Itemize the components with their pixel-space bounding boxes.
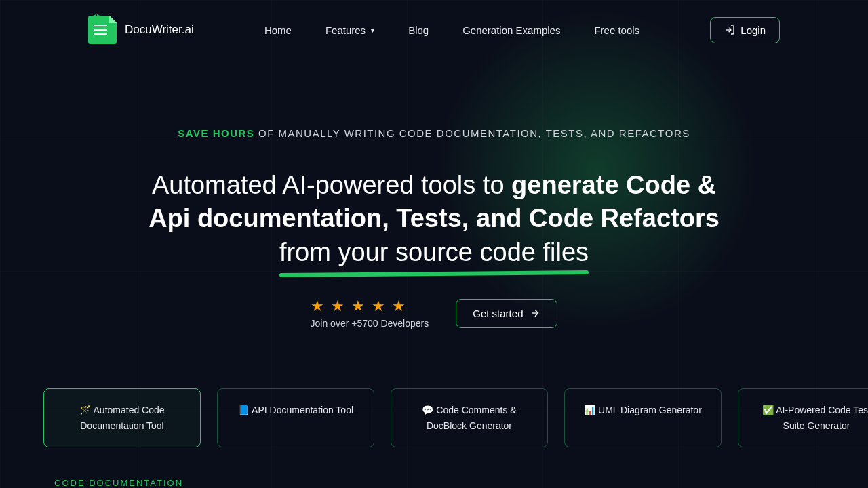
nav-free-tools[interactable]: Free tools bbox=[594, 24, 639, 36]
arrow-right-icon bbox=[530, 308, 540, 319]
star-icons: ★ ★ ★ ★ ★ bbox=[311, 298, 429, 315]
tab-api-docs[interactable]: 📘 API Documentation Tool bbox=[217, 388, 374, 447]
top-nav: <> DocuWriter.ai Home Features ▾ Blog Ge… bbox=[0, 0, 868, 60]
tagline-accent: SAVE HOURS bbox=[178, 127, 254, 139]
tab-code-docs[interactable]: 🪄 Automated Code Documentation Tool bbox=[43, 388, 201, 447]
nav-examples[interactable]: Generation Examples bbox=[462, 24, 560, 36]
rating: ★ ★ ★ ★ ★ Join over +5700 Developers bbox=[311, 298, 429, 329]
cta-label: Get started bbox=[473, 308, 523, 319]
tagline: SAVE HOURS OF MANUALLY WRITING CODE DOCU… bbox=[136, 127, 732, 139]
get-started-button[interactable]: Get started bbox=[456, 299, 557, 328]
hero: SAVE HOURS OF MANUALLY WRITING CODE DOCU… bbox=[0, 60, 868, 369]
tab-uml[interactable]: 📊 UML Diagram Generator bbox=[564, 388, 722, 447]
tagline-rest: OF MANUALLY WRITING CODE DOCUMENTATION, … bbox=[254, 127, 690, 139]
section-label: CODE DOCUMENTATION bbox=[54, 478, 183, 488]
login-label: Login bbox=[741, 24, 766, 36]
nav-links: Home Features ▾ Blog Generation Examples… bbox=[264, 24, 639, 36]
nav-blog[interactable]: Blog bbox=[408, 24, 429, 36]
logo-doc-icon bbox=[88, 16, 117, 44]
login-icon bbox=[724, 24, 735, 35]
headline-pre: Automated AI-powered tools to bbox=[152, 171, 511, 199]
tab-comments[interactable]: 💬 Code Comments & DocBlock Generator bbox=[391, 388, 548, 447]
nav-features-label: Features bbox=[326, 24, 366, 36]
logo[interactable]: <> DocuWriter.ai bbox=[88, 16, 194, 44]
brand-name: DocuWriter.ai bbox=[125, 23, 194, 37]
feature-tabs: 🪄 Automated Code Documentation Tool 📘 AP… bbox=[43, 388, 868, 447]
headline: Automated AI-powered tools to generate C… bbox=[136, 169, 732, 269]
tab-tests[interactable]: ✅ AI-Powered Code Test Suite Generator bbox=[738, 388, 868, 447]
rating-text: Join over +5700 Developers bbox=[311, 318, 429, 329]
chevron-down-icon: ▾ bbox=[371, 26, 374, 34]
nav-features[interactable]: Features ▾ bbox=[326, 24, 374, 36]
nav-home[interactable]: Home bbox=[264, 24, 292, 36]
login-button[interactable]: Login bbox=[710, 17, 780, 43]
cta-row: ★ ★ ★ ★ ★ Join over +5700 Developers Get… bbox=[136, 298, 732, 329]
headline-post: from your source code files bbox=[279, 236, 589, 269]
